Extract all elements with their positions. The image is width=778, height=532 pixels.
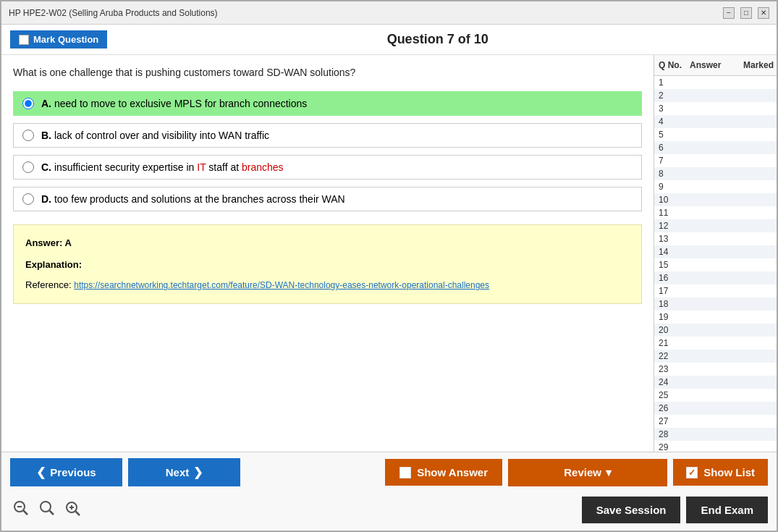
sidebar-row-answer	[687, 342, 740, 345]
mark-question-button[interactable]: Mark Question	[10, 30, 107, 48]
option-b-text: B. lack of control over and visibility i…	[41, 130, 269, 141]
sidebar-row[interactable]: 20	[654, 324, 777, 337]
option-b-radio[interactable]	[22, 130, 34, 141]
minimize-button[interactable]: −	[723, 7, 735, 19]
sidebar-row[interactable]: 13	[654, 232, 777, 245]
question-text: What is one challenge that is pushing cu…	[13, 67, 642, 78]
title-controls: − □ ✕	[723, 7, 769, 19]
sidebar-row[interactable]: 12	[654, 219, 777, 232]
sidebar-row[interactable]: 4	[654, 115, 777, 128]
option-d-radio[interactable]	[22, 193, 34, 205]
sidebar-row-qno: 23	[654, 363, 687, 376]
zoom-out-icon	[13, 500, 29, 516]
sidebar-row-qno: 13	[654, 232, 687, 245]
sidebar-row-marked	[740, 329, 777, 332]
sidebar-row-marked	[740, 211, 777, 214]
sidebar-row-qno: 1	[654, 76, 687, 89]
review-dropdown-icon: ▾	[606, 466, 612, 479]
sidebar-row[interactable]: 25	[654, 389, 777, 402]
sidebar-row[interactable]: 24	[654, 376, 777, 389]
sidebar-row-answer	[687, 303, 740, 305]
option-a[interactable]: A. need to move to exclusive MPLS for br…	[13, 91, 642, 116]
sidebar-row-answer	[687, 368, 740, 371]
sidebar-row-qno: 24	[654, 376, 687, 389]
sidebar-row-answer	[687, 172, 740, 175]
sidebar-row[interactable]: 21	[654, 337, 777, 350]
sidebar-row[interactable]: 26	[654, 402, 777, 415]
svg-line-1	[24, 511, 28, 515]
sidebar-row[interactable]: 10	[654, 193, 777, 206]
sidebar-row[interactable]: 17	[654, 284, 777, 297]
sidebar-row[interactable]: 14	[654, 245, 777, 258]
previous-button[interactable]: ❮ Previous	[10, 458, 122, 486]
zoom-out-button[interactable]	[10, 499, 32, 521]
zoom-normal-icon	[39, 500, 55, 516]
main-window: HP HPE2-W02 (Selling Aruba Products and …	[0, 0, 778, 532]
bottom-bar: ❮ Previous Next ❯ Show Answer Review ▾ ✓…	[1, 452, 777, 531]
sidebar-row-answer	[687, 211, 740, 214]
sidebar-row[interactable]: 8	[654, 167, 777, 180]
option-d[interactable]: D. too few products and solutions at the…	[13, 187, 642, 211]
next-button[interactable]: Next ❯	[128, 458, 240, 486]
zoom-normal-button[interactable]	[36, 499, 58, 521]
sidebar-header: Q No. Answer Marked	[654, 55, 777, 76]
previous-label: Previous	[50, 466, 96, 478]
sidebar-row-answer	[687, 107, 740, 110]
answer-label: Answer: A	[25, 235, 630, 251]
sidebar-row-qno: 10	[654, 193, 687, 206]
show-list-button[interactable]: ✓ Show List	[673, 459, 768, 486]
sidebar-row-answer	[687, 224, 740, 227]
sidebar-row-qno: 5	[654, 128, 687, 141]
show-answer-button[interactable]: Show Answer	[385, 459, 502, 486]
zoom-in-button[interactable]	[62, 499, 84, 521]
sidebar-row-marked	[740, 159, 777, 162]
sidebar-row-answer	[687, 237, 740, 240]
sidebar-row-qno: 7	[654, 154, 687, 167]
sidebar-row[interactable]: 22	[654, 350, 777, 363]
sidebar-row[interactable]: 15	[654, 258, 777, 271]
sidebar-row-answer	[687, 407, 740, 410]
save-session-button[interactable]: Save Session	[582, 497, 681, 523]
sidebar-row[interactable]: 29	[654, 441, 777, 452]
toolbar: Mark Question Question 7 of 10	[1, 25, 777, 55]
right-buttons: Save Session End Exam	[582, 497, 768, 523]
sidebar-row-answer	[687, 94, 740, 97]
sidebar-row[interactable]: 3	[654, 102, 777, 115]
restore-button[interactable]: □	[740, 7, 752, 19]
sidebar-row[interactable]: 5	[654, 128, 777, 141]
sidebar-row-answer	[687, 329, 740, 332]
end-exam-button[interactable]: End Exam	[686, 497, 768, 523]
sidebar-row[interactable]: 27	[654, 415, 777, 428]
sidebar-row[interactable]: 18	[654, 297, 777, 311]
bottom-row1: ❮ Previous Next ❯ Show Answer Review ▾ ✓…	[1, 452, 777, 492]
sidebar-row-marked	[740, 185, 777, 188]
sidebar-row-qno: 17	[654, 284, 687, 297]
prev-arrow-icon: ❮	[36, 465, 46, 479]
option-b[interactable]: B. lack of control over and visibility i…	[13, 123, 642, 148]
close-button[interactable]: ✕	[758, 7, 769, 19]
sidebar-row-marked	[740, 107, 777, 110]
main-content: What is one challenge that is pushing cu…	[1, 55, 777, 452]
sidebar-row[interactable]: 11	[654, 206, 777, 219]
show-answer-label: Show Answer	[417, 466, 488, 478]
sidebar-row[interactable]: 1	[654, 76, 777, 89]
sidebar-row-answer	[687, 185, 740, 188]
option-c[interactable]: C. insufficient security expertise in IT…	[13, 155, 642, 180]
sidebar-row[interactable]: 23	[654, 363, 777, 376]
sidebar-row[interactable]: 19	[654, 311, 777, 324]
sidebar-row[interactable]: 9	[654, 180, 777, 193]
sidebar-row-marked	[740, 303, 777, 305]
sidebar-row-qno: 12	[654, 219, 687, 232]
sidebar-row[interactable]: 7	[654, 154, 777, 167]
sidebar-row[interactable]: 28	[654, 428, 777, 441]
option-a-radio[interactable]	[22, 98, 34, 109]
sidebar-row[interactable]: 6	[654, 141, 777, 154]
sidebar-row-answer	[687, 81, 740, 84]
reference-link[interactable]: https://searchnetworking.techtarget.com/…	[74, 280, 489, 290]
option-c-radio[interactable]	[22, 161, 34, 173]
sidebar-row[interactable]: 2	[654, 89, 777, 102]
sidebar-col-answer: Answer	[687, 58, 740, 72]
sidebar-row[interactable]: 16	[654, 271, 777, 284]
review-button[interactable]: Review ▾	[508, 459, 667, 486]
sidebar-row-answer	[687, 316, 740, 318]
